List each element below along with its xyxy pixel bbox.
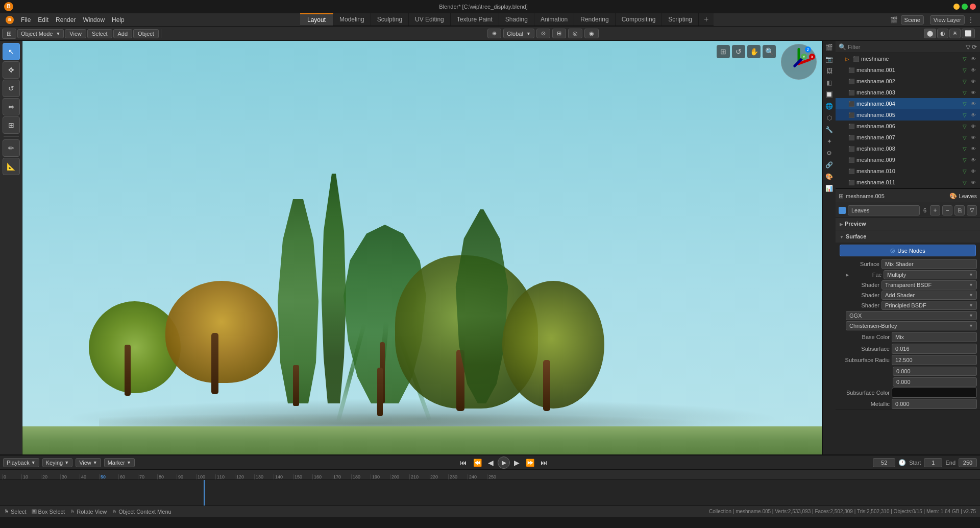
preview-section-header[interactable]: Preview <box>836 218 980 230</box>
object-props-btn[interactable]: ⬡ <box>824 112 835 124</box>
surface-section-header[interactable]: Surface <box>836 230 980 243</box>
base-color-value[interactable]: Mix <box>892 332 977 342</box>
object-btn[interactable]: Object <box>133 29 159 38</box>
outliner-item-007[interactable]: ⬛ meshname.007 ▽ 👁 <box>836 132 980 143</box>
props-material-icon[interactable]: 🎨 <box>949 193 957 200</box>
constraints-props-btn[interactable]: 🔗 <box>824 159 835 171</box>
particles-props-btn[interactable]: ✦ <box>824 136 835 147</box>
add-shader-value[interactable]: Add Shader▼ <box>881 291 977 300</box>
fac-value[interactable]: Multiply▼ <box>884 270 977 279</box>
next-keyframe-btn[interactable]: ⏩ <box>524 458 536 468</box>
data-props-btn[interactable]: 📊 <box>824 183 835 194</box>
jump-end-btn[interactable]: ⏭ <box>538 458 550 468</box>
object-mode-dropdown[interactable]: Object Mode ▼ <box>17 29 64 38</box>
maximize-btn[interactable] <box>962 4 968 10</box>
header-extras[interactable]: ⋮ <box>968 16 974 23</box>
outliner-item-meshname[interactable]: ▷ ⬛ meshname ▽ 👁 <box>836 53 980 64</box>
viewport[interactable]: ⊞ ↺ ✋ 🔍 Z X Y <box>22 41 822 454</box>
outliner-item-011[interactable]: ⬛ meshname.011 ▽ 👁 <box>836 177 980 188</box>
jump-start-btn[interactable]: ⏮ <box>458 458 469 468</box>
viewport-snap-btn[interactable]: ⊕ <box>487 29 501 38</box>
subsurface-radius-x[interactable]: 12.500 <box>892 355 977 365</box>
timeline-ruler[interactable]: 0 10 20 30 40 50 60 70 80 90 100 110 120… <box>0 470 980 506</box>
outliner-sync-icon[interactable]: ⟳ <box>972 43 977 51</box>
xray-btn[interactable]: ◉ <box>584 29 599 38</box>
timeline-playback-menu[interactable]: Playback ▼ <box>3 458 39 467</box>
tab-layout[interactable]: Layout <box>300 13 333 26</box>
outliner-item-002[interactable]: ⬛ meshname.002 ▽ 👁 <box>836 76 980 87</box>
viewport-orbit-btn[interactable]: ↺ <box>732 45 745 58</box>
christensen-value[interactable]: Christensen-Burley▼ <box>846 321 977 330</box>
material-copy-btn[interactable]: ⎘ <box>954 205 965 215</box>
output-props-btn[interactable]: 🖼 <box>824 65 835 77</box>
measure-tool-btn[interactable]: 📐 <box>3 158 20 175</box>
overlay-btn[interactable]: ◎ <box>568 29 582 38</box>
props-mesh-icon[interactable]: ⊞ <box>839 193 844 200</box>
subsurface-radius-z[interactable]: 0.000 <box>893 377 977 387</box>
tab-uv-editing[interactable]: UV Editing <box>409 13 451 26</box>
material-viewport-btn[interactable]: ◐ <box>937 29 948 38</box>
tab-rendering[interactable]: Rendering <box>574 13 615 26</box>
wireframe-viewport-btn[interactable]: ⬜ <box>962 29 975 38</box>
viewport-grid-btn[interactable]: ⊞ <box>717 45 730 58</box>
render-props-btn[interactable]: 📷 <box>824 54 835 65</box>
proportional-edit-btn[interactable]: ⊙ <box>536 29 550 38</box>
transform-tool-btn[interactable]: ⊞ <box>3 116 20 134</box>
tab-compositing[interactable]: Compositing <box>616 13 663 26</box>
outliner-item-008[interactable]: ⬛ meshname.008 ▽ 👁 <box>836 143 980 154</box>
material-filter-btn[interactable]: ▽ <box>967 205 977 215</box>
view-btn[interactable]: View <box>65 29 86 38</box>
move-tool-btn[interactable]: ✥ <box>3 61 20 79</box>
rotate-tool-btn[interactable]: ↺ <box>3 80 20 97</box>
subsurface-value[interactable]: 0.016 <box>892 344 977 354</box>
minimize-btn[interactable] <box>953 4 960 10</box>
physics-props-btn[interactable]: ⚙ <box>824 148 835 159</box>
viewport-pan-btn[interactable]: ✋ <box>747 45 761 58</box>
material-props-btn[interactable]: 🎨 <box>824 171 835 182</box>
surface-value[interactable]: Mix Shader <box>881 259 977 269</box>
outliner-item-009[interactable]: ⬛ meshname.009 ▽ 👁 <box>836 154 980 165</box>
select-btn[interactable]: Select <box>87 29 112 38</box>
timeline-marker-menu[interactable]: Marker ▼ <box>104 458 135 467</box>
ggx-value[interactable]: GGX▼ <box>846 311 977 320</box>
edit-menu-item[interactable]: Edit <box>34 15 52 25</box>
outliner-item-004[interactable]: ⬛ meshname.004 ▽ 👁 <box>836 98 980 109</box>
timeline-keying-menu[interactable]: Keying ▼ <box>42 458 73 467</box>
scene-props-btn2[interactable]: 🔲 <box>824 89 835 100</box>
end-frame-input[interactable]: 250 <box>959 458 977 467</box>
select-tool-btn[interactable]: ↖ <box>3 43 20 60</box>
world-props-btn[interactable]: 🌐 <box>824 101 835 112</box>
grid-snap-btn[interactable]: ⊞ <box>552 29 566 38</box>
step-forward-btn[interactable]: ▶ <box>512 458 522 468</box>
view-layer-props-btn[interactable]: ◧ <box>824 77 835 88</box>
editor-type-btn[interactable]: ⊞ <box>2 29 16 39</box>
material-slot-name[interactable]: Leaves <box>848 205 920 215</box>
use-nodes-btn[interactable]: ◎ Use Nodes <box>840 245 976 256</box>
timeline-track[interactable] <box>0 480 980 506</box>
transparent-bsdf-value[interactable]: Transparent BSDF▼ <box>881 280 977 290</box>
outliner-item-010[interactable]: ⬛ meshname.010 ▽ 👁 <box>836 165 980 177</box>
principled-bsdf-value[interactable]: Principled BSDF▼ <box>881 301 977 310</box>
step-back-btn[interactable]: ◀ <box>486 458 496 468</box>
annotate-tool-btn[interactable]: ✏ <box>3 139 20 157</box>
outliner-item-001[interactable]: ⬛ meshname.001 ▽ 👁 <box>836 64 980 76</box>
tab-add[interactable]: + <box>699 13 714 26</box>
metallic-value[interactable]: 0.000 <box>892 399 977 409</box>
modifier-props-btn[interactable]: 🔧 <box>824 124 835 135</box>
solid-viewport-btn[interactable]: ⬤ <box>924 29 936 38</box>
tab-shading[interactable]: Shading <box>499 13 534 26</box>
current-frame-input[interactable]: 52 <box>873 458 895 467</box>
scale-tool-btn[interactable]: ⇔ <box>3 98 20 115</box>
close-btn[interactable] <box>970 4 976 10</box>
tab-scripting[interactable]: Scripting <box>662 13 699 26</box>
scene-props-btn[interactable]: 🎬 <box>824 42 835 53</box>
viewport-gizmo[interactable]: Z X Y <box>781 44 818 81</box>
subsurface-radius-y[interactable]: 0.000 <box>893 367 977 376</box>
rendered-viewport-btn[interactable]: ☀ <box>949 29 961 38</box>
outliner-item-003[interactable]: ⬛ meshname.003 ▽ 👁 <box>836 87 980 98</box>
tab-texture-paint[interactable]: Texture Paint <box>451 13 499 26</box>
window-menu-item[interactable]: Window <box>79 15 108 25</box>
tab-modeling[interactable]: Modeling <box>333 13 371 26</box>
outliner-item-006[interactable]: ⬛ meshname.006 ▽ 👁 <box>836 121 980 132</box>
outliner-filter-icon[interactable]: ▽ <box>966 43 970 51</box>
